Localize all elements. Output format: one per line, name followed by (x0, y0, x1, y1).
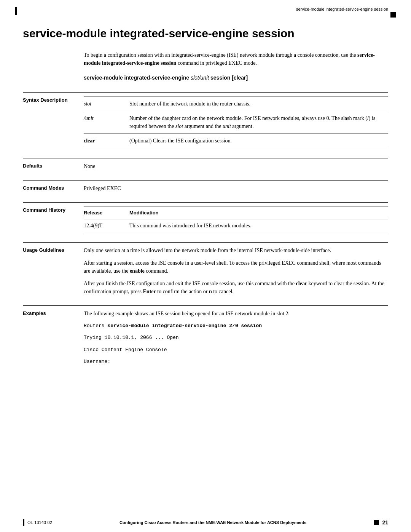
syntax-description-label: Syntax Description (23, 96, 84, 148)
command-modes-section: Command Modes Privileged EXEC (23, 180, 388, 196)
syntax-row-unit: /unit Number of the daughter card on the… (84, 111, 388, 134)
usage-para-1: Only one session at a time is allowed in… (84, 246, 388, 254)
examples-intro: The following example shows an ISE sessi… (84, 310, 388, 318)
examples-output-3: Username: (84, 358, 388, 366)
intro-paragraph: To begin a configuration session with an… (84, 51, 388, 67)
main-content: service-module integrated-service-engine… (0, 15, 411, 385)
history-modification-0: This command was introduced for ISE netw… (129, 219, 388, 232)
defaults-label: Defaults (23, 162, 84, 170)
examples-command-line: Router# service-module integrated-servic… (84, 322, 388, 330)
examples-content: The following example shows an ISE sessi… (84, 310, 388, 366)
intro-text-before: To begin a configuration session with an… (84, 52, 357, 58)
syntax-desc-clear: (Optional) Clears the ISE configuration … (129, 134, 388, 148)
syntax-unit: unit (201, 75, 209, 81)
syntax-tail: session [clear] (209, 75, 248, 81)
examples-command: service-module integrated-service-engine… (107, 323, 262, 329)
history-col-modification: Modification (129, 207, 388, 219)
syntax-description-content: slot Slot number of the network module i… (84, 96, 388, 148)
top-header-text: service-module integrated-service-engine… (296, 7, 388, 11)
top-left-rule (15, 7, 17, 15)
syntax-desc-slot: Slot number of the network module in the… (129, 97, 388, 111)
syntax-term-unit: /unit (84, 111, 129, 134)
command-syntax-line: service-module integrated-service-engine… (84, 75, 388, 81)
top-right-rule (390, 12, 396, 18)
command-history-section: Command History Release Modification 12.… (23, 202, 388, 236)
syntax-slot: slot (191, 75, 199, 81)
footer-page-number: 21 (382, 519, 388, 526)
page-title: service-module integrated-service-engine… (23, 27, 388, 40)
footer-right: 21 (374, 519, 388, 526)
syntax-description-section: Syntax Description slot Slot number of t… (23, 92, 388, 152)
usage-guidelines-section: Usage Guidelines Only one session at a t… (23, 242, 388, 299)
syntax-row-slot: slot Slot number of the network module i… (84, 97, 388, 111)
usage-para-2: After starting a session, access the ISE… (84, 259, 388, 275)
syntax-table: slot Slot number of the network module i… (84, 96, 388, 148)
footer: OL-13140-02 Configuring Cisco Access Rou… (0, 515, 411, 532)
usage-guidelines-label: Usage Guidelines (23, 246, 84, 296)
history-table: Release Modification 12.4(9)T This comma… (84, 206, 388, 232)
history-release-0: 12.4(9)T (84, 219, 129, 232)
usage-para-3-bold-n: n (209, 289, 212, 294)
usage-para-3: After you finish the ISE configuration a… (84, 280, 388, 296)
command-history-content: Release Modification 12.4(9)T This comma… (84, 206, 388, 232)
top-bar: service-module integrated-service-engine… (0, 0, 411, 15)
footer-left-rule (23, 519, 24, 526)
syntax-desc-unit: Number of the daughter card on the netwo… (129, 111, 388, 134)
usage-para-2-bold: enable (130, 268, 145, 274)
history-col-release: Release (84, 207, 129, 219)
defaults-section: Defaults None (23, 158, 388, 174)
command-modes-content: Privileged EXEC (84, 184, 388, 192)
syntax-bold: service-module integrated-service-engine (84, 75, 189, 81)
syntax-term-slot: slot (84, 97, 129, 111)
usage-para-3-bold-enter: Enter (143, 289, 156, 294)
defaults-content: None (84, 162, 388, 170)
examples-label: Examples (23, 310, 84, 366)
page: service-module integrated-service-engine… (0, 0, 411, 532)
history-row-0: 12.4(9)T This command was introduced for… (84, 219, 388, 232)
examples-command-prefix: Router# (84, 323, 107, 329)
examples-output-2: Cisco Content Engine Console (84, 346, 388, 354)
command-history-label: Command History (23, 206, 84, 232)
syntax-term-clear: clear (84, 134, 129, 148)
examples-output-1: Trying 10.10.10.1, 2066 ... Open (84, 334, 388, 342)
footer-left-label: OL-13140-02 (27, 520, 52, 525)
syntax-row-clear: clear (Optional) Clears the ISE configur… (84, 134, 388, 148)
command-modes-label: Command Modes (23, 184, 84, 192)
examples-section: Examples The following example shows an … (23, 305, 388, 369)
footer-center: Configuring Cisco Access Routers and the… (52, 520, 374, 525)
usage-para-3-bold-clear: clear (296, 281, 307, 286)
intro-text-after: command in privileged EXEC mode. (176, 60, 257, 66)
footer-left: OL-13140-02 (23, 519, 52, 526)
history-header-row: Release Modification (84, 207, 388, 219)
footer-right-rule (374, 520, 379, 525)
usage-guidelines-content: Only one session at a time is allowed in… (84, 246, 388, 296)
